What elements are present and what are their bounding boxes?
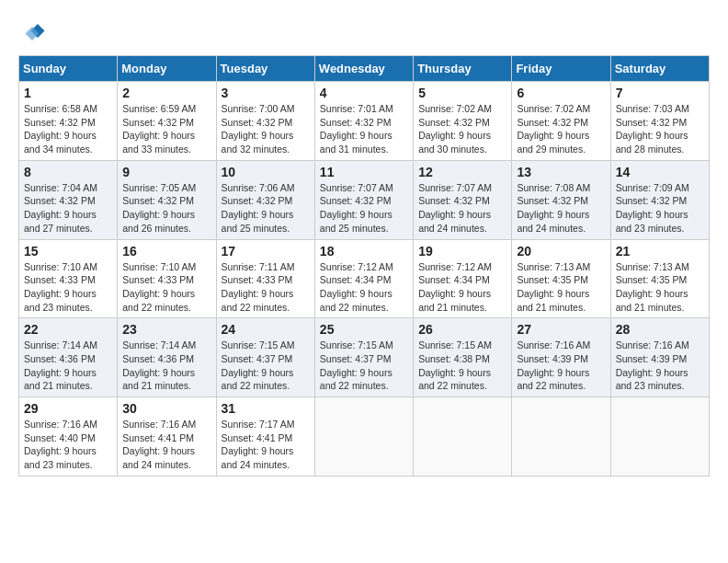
sunset-label: Sunset: 4:32 PM (616, 117, 688, 128)
day-info: Sunrise: 7:12 AM Sunset: 4:34 PM Dayligh… (320, 260, 408, 315)
sunrise-label: Sunrise: 7:12 AM (418, 261, 492, 272)
day-number: 10 (222, 165, 310, 179)
day-number: 14 (616, 165, 704, 179)
day-number: 18 (320, 244, 408, 259)
calendar-cell: 2 Sunrise: 6:59 AM Sunset: 4:32 PM Dayli… (118, 82, 216, 161)
sunset-label: Sunset: 4:32 PM (320, 117, 392, 128)
page-header (18, 18, 710, 46)
calendar-cell: 19 Sunrise: 7:12 AM Sunset: 4:34 PM Dayl… (414, 239, 512, 318)
sunset-label: Sunset: 4:38 PM (418, 353, 490, 364)
day-info: Sunrise: 6:59 AM Sunset: 4:32 PM Dayligh… (122, 102, 210, 156)
sunset-label: Sunset: 4:41 PM (222, 432, 293, 443)
daylight-label: Daylight: 9 hours and 22 minutes. (122, 288, 195, 313)
sunrise-label: Sunrise: 7:10 AM (122, 261, 196, 272)
daylight-label: Daylight: 9 hours and 27 minutes. (24, 209, 97, 234)
day-info: Sunrise: 7:01 AM Sunset: 4:32 PM Dayligh… (320, 102, 408, 156)
daylight-label: Daylight: 9 hours and 31 minutes. (320, 130, 392, 155)
day-number: 1 (24, 86, 112, 100)
calendar-cell: 10 Sunrise: 7:06 AM Sunset: 4:32 PM Dayl… (216, 160, 314, 239)
day-info: Sunrise: 7:04 AM Sunset: 4:32 PM Dayligh… (24, 181, 112, 236)
sunrise-label: Sunrise: 7:02 AM (418, 103, 492, 114)
calendar-cell: 14 Sunrise: 7:09 AM Sunset: 4:32 PM Dayl… (610, 160, 709, 239)
sunrise-label: Sunrise: 7:15 AM (320, 339, 393, 350)
daylight-label: Daylight: 9 hours and 24 minutes. (517, 209, 589, 234)
sunset-label: Sunset: 4:37 PM (222, 353, 293, 364)
calendar-cell: 25 Sunrise: 7:15 AM Sunset: 4:37 PM Dayl… (314, 318, 413, 397)
sunset-label: Sunset: 4:40 PM (24, 432, 96, 443)
day-info: Sunrise: 7:16 AM Sunset: 4:39 PM Dayligh… (616, 339, 704, 393)
calendar-cell: 7 Sunrise: 7:03 AM Sunset: 4:32 PM Dayli… (610, 82, 709, 161)
weekday-header: Monday (118, 56, 216, 82)
daylight-label: Daylight: 9 hours and 22 minutes. (418, 367, 491, 392)
calendar-cell (314, 397, 413, 477)
day-number: 22 (24, 322, 112, 337)
sunrise-label: Sunrise: 7:16 AM (616, 339, 689, 350)
day-info: Sunrise: 7:15 AM Sunset: 4:38 PM Dayligh… (418, 339, 506, 393)
day-info: Sunrise: 7:05 AM Sunset: 4:32 PM Dayligh… (122, 181, 210, 236)
day-info: Sunrise: 7:16 AM Sunset: 4:39 PM Dayligh… (517, 339, 605, 393)
sunrise-label: Sunrise: 7:16 AM (517, 339, 590, 350)
calendar-cell: 5 Sunrise: 7:02 AM Sunset: 4:32 PM Dayli… (414, 82, 512, 161)
day-info: Sunrise: 7:16 AM Sunset: 4:40 PM Dayligh… (24, 418, 112, 472)
calendar-cell: 22 Sunrise: 7:14 AM Sunset: 4:36 PM Dayl… (19, 318, 118, 397)
day-info: Sunrise: 7:08 AM Sunset: 4:32 PM Dayligh… (517, 181, 605, 236)
sunrise-label: Sunrise: 7:11 AM (222, 261, 295, 272)
weekday-header: Thursday (414, 56, 512, 82)
calendar-week-row: 22 Sunrise: 7:14 AM Sunset: 4:36 PM Dayl… (19, 318, 710, 397)
sunset-label: Sunset: 4:32 PM (418, 117, 490, 128)
day-info: Sunrise: 7:14 AM Sunset: 4:36 PM Dayligh… (24, 339, 112, 393)
calendar-cell (414, 397, 512, 477)
calendar-cell: 6 Sunrise: 7:02 AM Sunset: 4:32 PM Dayli… (512, 82, 610, 161)
day-info: Sunrise: 7:02 AM Sunset: 4:32 PM Dayligh… (517, 102, 605, 156)
weekday-header: Wednesday (314, 56, 413, 82)
sunset-label: Sunset: 4:32 PM (517, 195, 588, 206)
day-number: 9 (122, 165, 210, 179)
sunset-label: Sunset: 4:39 PM (517, 353, 588, 364)
calendar-cell: 17 Sunrise: 7:11 AM Sunset: 4:33 PM Dayl… (216, 239, 314, 318)
sunset-label: Sunset: 4:33 PM (24, 274, 96, 285)
daylight-label: Daylight: 9 hours and 28 minutes. (616, 130, 688, 155)
daylight-label: Daylight: 9 hours and 25 minutes. (222, 209, 294, 234)
sunset-label: Sunset: 4:35 PM (517, 274, 588, 285)
daylight-label: Daylight: 9 hours and 23 minutes. (24, 445, 97, 470)
sunset-label: Sunset: 4:34 PM (418, 274, 490, 285)
day-info: Sunrise: 7:14 AM Sunset: 4:36 PM Dayligh… (122, 339, 210, 393)
calendar-week-row: 15 Sunrise: 7:10 AM Sunset: 4:33 PM Dayl… (19, 239, 710, 318)
calendar-cell: 29 Sunrise: 7:16 AM Sunset: 4:40 PM Dayl… (19, 397, 118, 477)
sunrise-label: Sunrise: 6:58 AM (24, 103, 97, 114)
daylight-label: Daylight: 9 hours and 30 minutes. (418, 130, 491, 155)
sunset-label: Sunset: 4:36 PM (24, 353, 96, 364)
calendar-header-row: SundayMondayTuesdayWednesdayThursdayFrid… (19, 56, 710, 82)
daylight-label: Daylight: 9 hours and 22 minutes. (222, 367, 294, 392)
day-number: 12 (418, 165, 506, 179)
daylight-label: Daylight: 9 hours and 24 minutes. (222, 445, 294, 470)
day-number: 21 (616, 244, 704, 259)
sunrise-label: Sunrise: 6:59 AM (122, 103, 196, 114)
weekday-header: Sunday (19, 56, 118, 82)
calendar-cell (610, 397, 709, 477)
day-info: Sunrise: 7:13 AM Sunset: 4:35 PM Dayligh… (517, 260, 605, 315)
daylight-label: Daylight: 9 hours and 21 minutes. (24, 367, 97, 392)
sunrise-label: Sunrise: 7:01 AM (320, 103, 393, 114)
calendar-cell: 18 Sunrise: 7:12 AM Sunset: 4:34 PM Dayl… (314, 239, 413, 318)
calendar-cell: 23 Sunrise: 7:14 AM Sunset: 4:36 PM Dayl… (118, 318, 216, 397)
day-info: Sunrise: 7:13 AM Sunset: 4:35 PM Dayligh… (616, 260, 704, 315)
day-info: Sunrise: 7:09 AM Sunset: 4:32 PM Dayligh… (616, 181, 704, 236)
sunrise-label: Sunrise: 7:15 AM (222, 339, 295, 350)
calendar-week-row: 8 Sunrise: 7:04 AM Sunset: 4:32 PM Dayli… (19, 160, 710, 239)
sunset-label: Sunset: 4:34 PM (320, 274, 392, 285)
day-number: 3 (222, 86, 310, 100)
sunset-label: Sunset: 4:41 PM (122, 432, 194, 443)
calendar-cell: 31 Sunrise: 7:17 AM Sunset: 4:41 PM Dayl… (216, 397, 314, 477)
day-number: 24 (222, 322, 310, 337)
daylight-label: Daylight: 9 hours and 21 minutes. (517, 288, 589, 313)
calendar-cell: 3 Sunrise: 7:00 AM Sunset: 4:32 PM Dayli… (216, 82, 314, 161)
day-info: Sunrise: 7:03 AM Sunset: 4:32 PM Dayligh… (616, 102, 704, 156)
sunset-label: Sunset: 4:33 PM (122, 274, 194, 285)
sunset-label: Sunset: 4:32 PM (24, 117, 96, 128)
day-number: 20 (517, 244, 605, 259)
daylight-label: Daylight: 9 hours and 22 minutes. (517, 367, 589, 392)
day-number: 26 (418, 322, 506, 337)
daylight-label: Daylight: 9 hours and 25 minutes. (320, 209, 392, 234)
daylight-label: Daylight: 9 hours and 22 minutes. (320, 367, 392, 392)
